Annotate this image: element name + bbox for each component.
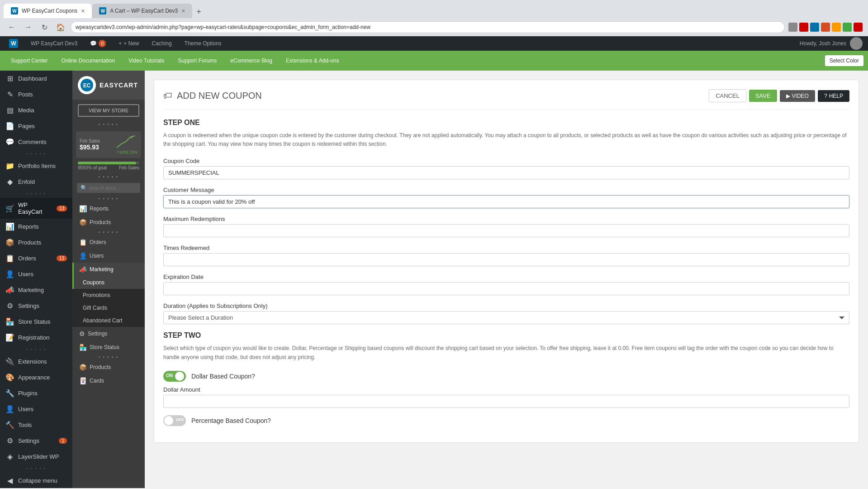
sidebar-item-plugins[interactable]: 🔧 Plugins [0,385,72,401]
reload-button[interactable]: ↻ [38,21,51,34]
select-color-button[interactable]: Select Color [825,55,863,66]
customer-message-label: Customer Message [163,187,849,193]
sidebar-item-users-wp[interactable]: 👤 Users [0,266,72,282]
dollar-amount-group: Dollar Amount [163,386,849,408]
dollar-coupon-toggle[interactable]: ON [163,371,186,382]
progress-bar-bg [78,162,139,164]
browser-tab-active[interactable]: W WP EasyCart Coupons × [4,4,92,18]
sidebar-item-dashboard[interactable]: ⊞ Dashboard [0,71,72,86]
sidebar-item-orders-wp[interactable]: 📋 Orders 13 [0,250,72,266]
caching-button[interactable]: Caching [148,36,175,51]
sidebar-item-tools[interactable]: 🔨 Tools [0,417,72,433]
ec-nav-settings[interactable]: ⚙ Settings [72,327,145,340]
sidebar-item-settings-wp[interactable]: ⚙ Settings [0,298,72,314]
wpeasycat-icon: 🛒 [5,204,14,213]
pages-label: Pages [18,123,35,129]
step-one-section: STEP ONE A coupon is redeemed when the u… [163,119,849,324]
expiration-date-input[interactable] [163,282,849,295]
ec-submenu-promotions[interactable]: Promotions [72,289,145,302]
sidebar-item-appearance[interactable]: 🎨 Appearance [0,369,72,385]
sidebar-item-users[interactable]: 👤 Users [0,401,72,417]
sidebar-item-store-status-wp[interactable]: 🏪 Store Status [0,314,72,330]
sidebar-item-portfolio[interactable]: 📁 Portfolio Items [0,158,72,174]
ec-nav-products[interactable]: 📦 Products [72,216,145,229]
media-label: Media [18,107,34,114]
sidebar-item-reports[interactable]: 📊 Reports [0,219,72,235]
percentage-coupon-toggle[interactable]: OFF [163,415,186,426]
tab-close-1[interactable]: × [81,7,85,14]
divider-dots-3: • • • • • [0,345,72,354]
ec-top-nav-item-extensions[interactable]: Extensions & Add-ons [280,54,345,67]
appearance-label: Appearance [18,374,50,381]
sidebar-item-wpeasycat[interactable]: 🛒 WP EasyCart 13 [0,198,72,219]
sidebar-item-extensions[interactable]: 🔌 Extensions [0,354,72,369]
comments-label: Comments [18,139,47,145]
ec-nav-cards[interactable]: 🃏 Cards [72,374,145,388]
sidebar-item-posts[interactable]: ✎ Posts [0,86,72,102]
toggle-off-label: OFF [176,417,184,422]
sidebar-item-comments[interactable]: 💬 Comments [0,134,72,150]
easycart-search-box[interactable]: 🔍 [77,183,140,193]
browser-tab-inactive[interactable]: W A Cart – WP EasyCart Dev3 × [92,4,192,18]
times-redeemed-input[interactable] [163,253,849,266]
tab-close-2[interactable]: × [181,7,185,14]
reports-label: Reports [18,223,39,230]
ec-nav-marketing[interactable]: 📣 Marketing [72,263,145,276]
ec-top-nav-item-docs[interactable]: Online Documentation [55,54,121,67]
wp-logo-button[interactable]: W [5,36,22,51]
theme-options-button[interactable]: Theme Options [181,36,225,51]
collapse-icon: ◀ [5,476,14,485]
duration-select[interactable]: Please Select a Duration Monthly Yearly … [163,311,849,324]
ec-nav-users[interactable]: 👤 Users [72,249,145,263]
ec-nav-orders[interactable]: 📋 Orders [72,235,145,249]
sidebar-item-products-wp[interactable]: 📦 Products [0,235,72,250]
sidebar-item-marketing-wp[interactable]: 📣 Marketing [0,282,72,298]
search-icon: 🔍 [81,185,87,191]
max-redemptions-group: Maximum Redemptions [163,216,849,237]
ec-nav-storestatus[interactable]: 🏪 Store Status [72,340,145,354]
sidebar-item-registration[interactable]: 📝 Registration [0,330,72,345]
site-name-button[interactable]: WP EasyCart Dev3 [27,36,81,51]
forward-button[interactable]: → [22,21,34,34]
save-button[interactable]: SAVE [749,90,777,102]
search-input[interactable] [89,185,137,191]
ec-top-nav-item-support[interactable]: Support Center [5,54,54,67]
dots-row-5: • • • • • [72,354,145,360]
ec-top-nav-item-forums[interactable]: Support Forums [171,54,223,67]
new-content-button[interactable]: + + New [115,36,142,51]
easycart-header: EC EASYCART [72,71,145,100]
dollar-amount-input[interactable] [163,395,849,408]
new-tab-button[interactable]: + [192,5,205,18]
sidebar-item-pages[interactable]: 📄 Pages [0,118,72,134]
sidebar-item-enfold[interactable]: ◆ Enfold [0,174,72,190]
sidebar-item-layerslider[interactable]: ◈ LayerSlider WP [0,449,72,465]
ec-top-nav-item-video[interactable]: Video Tutorials [122,54,171,67]
ec-top-nav-item-blog[interactable]: eCommerce Blog [224,54,279,67]
help-button[interactable]: ? HELP [818,90,849,102]
video-button[interactable]: ▶ VIDEO [780,90,815,102]
customer-message-input[interactable] [163,195,849,208]
portfolio-label: Portfolio Items [18,163,56,169]
registration-label: Registration [18,334,49,341]
comments-button[interactable]: 💬 0 [86,36,109,51]
dots-row-2: • • • • • [72,174,145,180]
ec-nav-products2[interactable]: 📦 Products [72,360,145,374]
home-button[interactable]: 🏠 [54,21,67,34]
sidebar-item-settings[interactable]: ⚙ Settings 1 [0,433,72,449]
sidebar-item-media[interactable]: ▤ Media [0,102,72,118]
dollar-toggle-slider: ON [163,371,186,382]
ec-submenu-abandonedcart[interactable]: Abandoned Cart [72,314,145,327]
appearance-icon: 🎨 [5,373,14,382]
view-my-store-button[interactable]: VIEW MY STORE [78,104,139,117]
cancel-button[interactable]: CANCEL [709,89,746,102]
dots-row-4: • • • • • [72,229,145,235]
ec-nav-reports[interactable]: 📊 Reports [72,202,145,216]
url-input[interactable] [71,21,785,33]
ec-marketing-submenu: Coupons Promotions Gift Cards Abandoned … [72,276,145,327]
coupon-code-input[interactable] [163,166,849,179]
ec-submenu-giftcards[interactable]: Gift Cards [72,302,145,314]
ec-submenu-coupons[interactable]: Coupons [72,276,145,289]
sidebar-item-collapse[interactable]: ◀ Collapse menu [0,473,72,488]
max-redemptions-input[interactable] [163,224,849,237]
back-button[interactable]: ← [5,21,18,34]
